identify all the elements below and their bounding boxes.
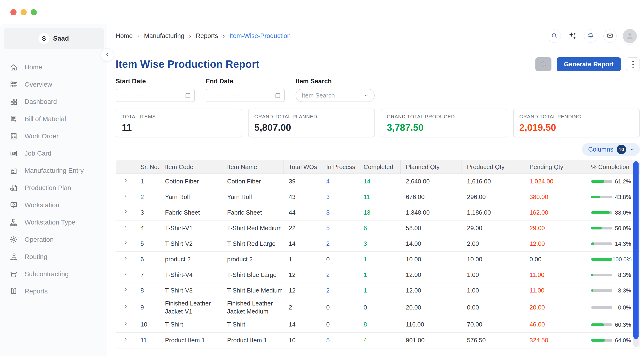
summary-card-value: 11 — [122, 122, 236, 133]
cell-pending-qty: 11.00 — [524, 286, 586, 294]
chevron-right-icon — [122, 177, 129, 186]
completion-progress-bar — [591, 196, 612, 198]
sidebar-item-home[interactable]: Home — [0, 58, 108, 76]
column-header-expand[interactable] — [116, 160, 135, 174]
user-avatar[interactable] — [623, 29, 637, 43]
row-expand-button[interactable] — [116, 177, 135, 186]
cell-in-process: 2 — [321, 271, 358, 279]
sidebar-item-reports[interactable]: Reports — [0, 282, 108, 300]
notifications-button[interactable] — [584, 30, 597, 43]
breadcrumb-item-reports[interactable]: Reports — [196, 32, 218, 40]
sidebar-item-manufacturing-entry[interactable]: Manufacturing Entry — [0, 162, 108, 179]
window-close-button[interactable] — [10, 9, 16, 15]
sidebar-item-label: Manufacturing Entry — [24, 167, 84, 174]
column-header-item-name[interactable]: Item Name — [222, 160, 284, 174]
column-header-item-code[interactable]: Item Code — [160, 160, 222, 174]
cell-produced-qty: 1.00 — [462, 271, 524, 279]
column-header-produced-qty[interactable]: Produced Qty — [462, 160, 524, 174]
profile-name: Saad — [53, 35, 69, 42]
completion-percent: 50.0% — [615, 224, 631, 232]
end-date-input[interactable] — [206, 89, 285, 102]
row-expand-button[interactable] — [116, 303, 135, 312]
sidebar-collapse-button[interactable] — [101, 48, 114, 62]
column-header-%-completion[interactable]: % Completion — [586, 160, 640, 174]
more-options-button[interactable] — [626, 57, 640, 71]
sidebar-item-label: Production Plan — [24, 184, 71, 192]
row-expand-button[interactable] — [116, 208, 135, 217]
columns-dropdown[interactable]: Columns 10 — [582, 143, 640, 156]
window-zoom-button[interactable] — [31, 9, 37, 15]
profile-card[interactable]: S Saad — [4, 28, 104, 49]
cell-produced-qty: 1,186.00 — [462, 209, 524, 217]
home-icon — [10, 63, 18, 72]
cell-item-code: T-Shirt-V1 — [160, 224, 222, 232]
breadcrumb-item-home[interactable]: Home — [116, 32, 133, 40]
sidebar-item-workstation[interactable]: Workstation — [0, 196, 108, 214]
column-header-sr-no[interactable]: Sr. No. — [135, 160, 160, 174]
row-expand-button[interactable] — [116, 320, 135, 329]
cell-sr-no: 6 — [135, 256, 160, 264]
completion-progress-bar — [591, 211, 612, 214]
column-header-planned-qty[interactable]: Planned Qty — [400, 160, 462, 174]
table-row: 8T-Shirt-V3T-Shirt Blue Medium122112.001… — [116, 283, 640, 298]
messages-button[interactable] — [604, 30, 616, 43]
chevron-right-icon — [122, 286, 129, 294]
cell-item-name: T-Shirt — [222, 320, 284, 328]
row-expand-button[interactable] — [116, 193, 135, 201]
generate-report-button[interactable]: Generate Report — [557, 57, 621, 71]
start-date-input[interactable] — [116, 89, 195, 102]
cell-item-name: Yarn Roll — [222, 193, 284, 201]
column-header-pending-qty[interactable]: Pending Qty — [524, 160, 586, 174]
table-scrollbar-track[interactable] — [634, 161, 638, 347]
breadcrumb-item-item-wise-production[interactable]: Item-Wise-Production — [230, 32, 291, 40]
cell-pending-qty: 324.50 — [524, 336, 586, 344]
completion-progress-fill — [591, 324, 604, 326]
row-expand-button[interactable] — [116, 224, 135, 232]
sidebar-item-overview[interactable]: Overview — [0, 76, 108, 93]
completion-progress-fill — [591, 339, 605, 342]
row-expand-button[interactable] — [116, 336, 135, 344]
item-search-label: Item Search — [296, 78, 375, 85]
completion-progress-bar — [591, 227, 612, 230]
cell-planned-qty: 2,640.00 — [400, 178, 462, 186]
sidebar-item-job-card[interactable]: Job Card — [0, 145, 108, 162]
row-expand-button[interactable] — [116, 240, 135, 248]
sidebar-item-subcontracting[interactable]: Subcontracting — [0, 265, 108, 282]
work-order-icon — [10, 132, 18, 140]
cell-completed: 8 — [358, 320, 400, 328]
ai-assistant-button[interactable] — [567, 31, 578, 42]
sidebar-item-production-plan[interactable]: Production Plan — [0, 179, 108, 196]
sidebar-item-workstation-type[interactable]: Workstation Type — [0, 214, 108, 231]
sidebar-item-bill-of-material[interactable]: Bill of Material — [0, 110, 108, 128]
item-search-select[interactable]: Item Search — [296, 89, 375, 102]
topbar: Home›Manufacturing›Reports›Item-Wise-Pro… — [108, 24, 644, 48]
table-row: 7T-Shirt-V4T-Shirt Blue Large122112.001.… — [116, 267, 640, 283]
column-header-total-wos[interactable]: Total WOs — [284, 160, 321, 174]
search-button[interactable] — [548, 30, 561, 43]
chevron-right-icon — [122, 271, 129, 279]
avatar-icon — [625, 30, 635, 42]
column-header-in-process[interactable]: In Process — [321, 160, 358, 174]
window-minimize-button[interactable] — [20, 9, 27, 15]
sidebar-item-dashboard[interactable]: Dashboard — [0, 93, 108, 110]
cell-item-code: T-Shirt-V3 — [160, 286, 222, 294]
table-row: 6product 2product 210110.0010.000.00100.… — [116, 252, 640, 267]
cell-in-process: 3 — [321, 209, 358, 217]
sidebar-item-work-order[interactable]: Work Order — [0, 128, 108, 145]
cell-completion: 64.0% — [586, 337, 640, 344]
cell-produced-qty: 296.00 — [462, 193, 524, 201]
table-scrollbar-thumb[interactable] — [634, 161, 638, 339]
cell-item-name: Cotton Fiber — [222, 178, 284, 186]
sidebar-item-routing[interactable]: Routing — [0, 248, 108, 265]
row-expand-button[interactable] — [116, 271, 135, 279]
cell-planned-qty: 14.00 — [400, 240, 462, 248]
breadcrumb-item-manufacturing[interactable]: Manufacturing — [144, 32, 184, 40]
refresh-button[interactable] — [536, 57, 552, 71]
sidebar-item-operation[interactable]: Operation — [0, 231, 108, 248]
column-header-completed[interactable]: Completed — [358, 160, 400, 174]
start-date-label: Start Date — [116, 78, 195, 85]
completion-progress-bar — [591, 306, 612, 309]
row-expand-button[interactable] — [116, 286, 135, 294]
completion-progress-bar — [591, 242, 612, 245]
row-expand-button[interactable] — [116, 255, 135, 264]
